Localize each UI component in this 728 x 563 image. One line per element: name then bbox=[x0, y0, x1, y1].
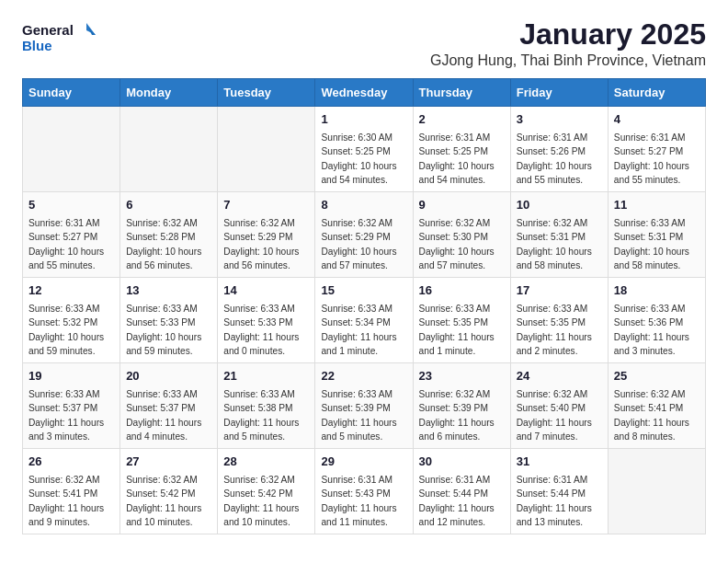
day-info: Sunrise: 6:33 AMSunset: 5:36 PMDaylight:… bbox=[614, 302, 700, 358]
calendar-cell bbox=[218, 107, 315, 192]
day-info: Sunrise: 6:33 AMSunset: 5:37 PMDaylight:… bbox=[28, 387, 114, 443]
day-number: 2 bbox=[419, 111, 505, 129]
calendar-table: SundayMondayTuesdayWednesdayThursdayFrid… bbox=[22, 78, 706, 534]
day-number: 17 bbox=[517, 282, 602, 300]
day-info: Sunrise: 6:32 AMSunset: 5:31 PMDaylight:… bbox=[517, 216, 602, 272]
day-info: Sunrise: 6:31 AMSunset: 5:27 PMDaylight:… bbox=[28, 216, 114, 272]
calendar-cell: 26Sunrise: 6:32 AMSunset: 5:41 PMDayligh… bbox=[23, 449, 120, 534]
calendar-cell: 2Sunrise: 6:31 AMSunset: 5:25 PMDaylight… bbox=[413, 107, 510, 192]
day-number: 27 bbox=[126, 454, 211, 471]
calendar-cell: 30Sunrise: 6:31 AMSunset: 5:44 PMDayligh… bbox=[413, 449, 510, 534]
day-number: 31 bbox=[517, 454, 602, 471]
calendar-cell: 7Sunrise: 6:32 AMSunset: 5:29 PMDaylight… bbox=[218, 192, 315, 278]
day-info: Sunrise: 6:32 AMSunset: 5:28 PMDaylight:… bbox=[126, 216, 211, 272]
day-info: Sunrise: 6:33 AMSunset: 5:35 PMDaylight:… bbox=[517, 302, 602, 358]
calendar-cell bbox=[608, 449, 705, 534]
calendar-cell: 11Sunrise: 6:33 AMSunset: 5:31 PMDayligh… bbox=[608, 192, 705, 278]
day-info: Sunrise: 6:32 AMSunset: 5:39 PMDaylight:… bbox=[419, 387, 505, 443]
day-number: 9 bbox=[419, 197, 505, 214]
calendar-cell: 23Sunrise: 6:32 AMSunset: 5:39 PMDayligh… bbox=[413, 363, 510, 449]
day-info: Sunrise: 6:31 AMSunset: 5:43 PMDaylight:… bbox=[321, 473, 406, 529]
day-number: 18 bbox=[614, 282, 700, 300]
day-number: 3 bbox=[517, 111, 602, 129]
page-header: General Blue January 2025 GJong Hung, Th… bbox=[22, 18, 706, 69]
column-header-thursday: Thursday bbox=[413, 79, 510, 107]
column-header-friday: Friday bbox=[510, 79, 608, 107]
calendar-cell: 19Sunrise: 6:33 AMSunset: 5:37 PMDayligh… bbox=[23, 363, 120, 449]
day-number: 25 bbox=[614, 368, 700, 385]
calendar-cell: 24Sunrise: 6:32 AMSunset: 5:40 PMDayligh… bbox=[510, 363, 608, 449]
logo-svg: General Blue bbox=[22, 18, 96, 59]
day-number: 15 bbox=[321, 282, 406, 300]
day-info: Sunrise: 6:32 AMSunset: 5:42 PMDaylight:… bbox=[126, 473, 211, 529]
day-number: 5 bbox=[28, 197, 114, 214]
calendar-cell: 15Sunrise: 6:33 AMSunset: 5:34 PMDayligh… bbox=[315, 278, 413, 363]
day-info: Sunrise: 6:33 AMSunset: 5:34 PMDaylight:… bbox=[321, 302, 406, 358]
day-number: 29 bbox=[321, 454, 406, 471]
calendar-cell: 29Sunrise: 6:31 AMSunset: 5:43 PMDayligh… bbox=[315, 449, 413, 534]
day-number: 10 bbox=[517, 197, 602, 214]
calendar-cell: 6Sunrise: 6:32 AMSunset: 5:28 PMDaylight… bbox=[120, 192, 218, 278]
day-number: 26 bbox=[28, 454, 114, 471]
day-info: Sunrise: 6:33 AMSunset: 5:31 PMDaylight:… bbox=[614, 216, 700, 272]
calendar-cell bbox=[23, 107, 120, 192]
day-number: 4 bbox=[614, 111, 700, 129]
calendar-cell: 8Sunrise: 6:32 AMSunset: 5:29 PMDaylight… bbox=[315, 192, 413, 278]
calendar-cell: 4Sunrise: 6:31 AMSunset: 5:27 PMDaylight… bbox=[608, 107, 705, 192]
calendar-week-4: 26Sunrise: 6:32 AMSunset: 5:41 PMDayligh… bbox=[23, 449, 706, 534]
calendar-week-1: 5Sunrise: 6:31 AMSunset: 5:27 PMDaylight… bbox=[23, 192, 706, 278]
calendar-cell: 13Sunrise: 6:33 AMSunset: 5:33 PMDayligh… bbox=[120, 278, 218, 363]
calendar-cell: 14Sunrise: 6:33 AMSunset: 5:33 PMDayligh… bbox=[218, 278, 315, 363]
day-number: 8 bbox=[321, 197, 406, 214]
day-info: Sunrise: 6:31 AMSunset: 5:44 PMDaylight:… bbox=[517, 473, 602, 529]
day-number: 30 bbox=[419, 454, 505, 471]
calendar-cell: 1Sunrise: 6:30 AMSunset: 5:25 PMDaylight… bbox=[315, 107, 413, 192]
day-info: Sunrise: 6:32 AMSunset: 5:30 PMDaylight:… bbox=[419, 216, 505, 272]
calendar-week-2: 12Sunrise: 6:33 AMSunset: 5:32 PMDayligh… bbox=[23, 278, 706, 363]
calendar-cell: 9Sunrise: 6:32 AMSunset: 5:30 PMDaylight… bbox=[413, 192, 510, 278]
calendar-week-3: 19Sunrise: 6:33 AMSunset: 5:37 PMDayligh… bbox=[23, 363, 706, 449]
calendar-cell: 27Sunrise: 6:32 AMSunset: 5:42 PMDayligh… bbox=[120, 449, 218, 534]
day-info: Sunrise: 6:32 AMSunset: 5:42 PMDaylight:… bbox=[223, 473, 309, 529]
day-number: 14 bbox=[223, 282, 309, 300]
day-number: 16 bbox=[419, 282, 505, 300]
day-info: Sunrise: 6:31 AMSunset: 5:27 PMDaylight:… bbox=[614, 131, 700, 187]
day-number: 6 bbox=[126, 197, 211, 214]
location-title: GJong Hung, Thai Binh Province, Vietnam bbox=[430, 52, 706, 69]
day-number: 28 bbox=[223, 454, 309, 471]
day-number: 20 bbox=[126, 368, 211, 385]
logo: General Blue bbox=[22, 18, 96, 59]
calendar-header-row: SundayMondayTuesdayWednesdayThursdayFrid… bbox=[23, 79, 706, 107]
day-info: Sunrise: 6:32 AMSunset: 5:41 PMDaylight:… bbox=[28, 473, 114, 529]
calendar-cell bbox=[120, 107, 218, 192]
calendar-cell: 21Sunrise: 6:33 AMSunset: 5:38 PMDayligh… bbox=[218, 363, 315, 449]
column-header-saturday: Saturday bbox=[608, 79, 705, 107]
svg-text:Blue: Blue bbox=[22, 38, 52, 53]
calendar-cell: 17Sunrise: 6:33 AMSunset: 5:35 PMDayligh… bbox=[510, 278, 608, 363]
column-header-wednesday: Wednesday bbox=[315, 79, 413, 107]
day-info: Sunrise: 6:31 AMSunset: 5:44 PMDaylight:… bbox=[419, 473, 505, 529]
calendar-week-0: 1Sunrise: 6:30 AMSunset: 5:25 PMDaylight… bbox=[23, 107, 706, 192]
day-number: 22 bbox=[321, 368, 406, 385]
day-number: 1 bbox=[321, 111, 406, 129]
day-info: Sunrise: 6:32 AMSunset: 5:40 PMDaylight:… bbox=[517, 387, 602, 443]
day-number: 12 bbox=[28, 282, 114, 300]
svg-marker-2 bbox=[86, 23, 96, 35]
day-number: 13 bbox=[126, 282, 211, 300]
month-title: January 2025 bbox=[430, 18, 706, 51]
day-number: 23 bbox=[419, 368, 505, 385]
day-info: Sunrise: 6:31 AMSunset: 5:26 PMDaylight:… bbox=[517, 131, 602, 187]
day-info: Sunrise: 6:33 AMSunset: 5:33 PMDaylight:… bbox=[223, 302, 309, 358]
column-header-sunday: Sunday bbox=[23, 79, 120, 107]
day-info: Sunrise: 6:32 AMSunset: 5:41 PMDaylight:… bbox=[614, 387, 700, 443]
day-info: Sunrise: 6:33 AMSunset: 5:33 PMDaylight:… bbox=[126, 302, 211, 358]
day-info: Sunrise: 6:31 AMSunset: 5:25 PMDaylight:… bbox=[419, 131, 505, 187]
calendar-cell: 12Sunrise: 6:33 AMSunset: 5:32 PMDayligh… bbox=[23, 278, 120, 363]
calendar-cell: 31Sunrise: 6:31 AMSunset: 5:44 PMDayligh… bbox=[510, 449, 608, 534]
column-header-tuesday: Tuesday bbox=[218, 79, 315, 107]
title-block: January 2025 GJong Hung, Thai Binh Provi… bbox=[430, 18, 706, 69]
calendar-cell: 18Sunrise: 6:33 AMSunset: 5:36 PMDayligh… bbox=[608, 278, 705, 363]
day-info: Sunrise: 6:33 AMSunset: 5:32 PMDaylight:… bbox=[28, 302, 114, 358]
day-info: Sunrise: 6:30 AMSunset: 5:25 PMDaylight:… bbox=[321, 131, 406, 187]
calendar-cell: 5Sunrise: 6:31 AMSunset: 5:27 PMDaylight… bbox=[23, 192, 120, 278]
